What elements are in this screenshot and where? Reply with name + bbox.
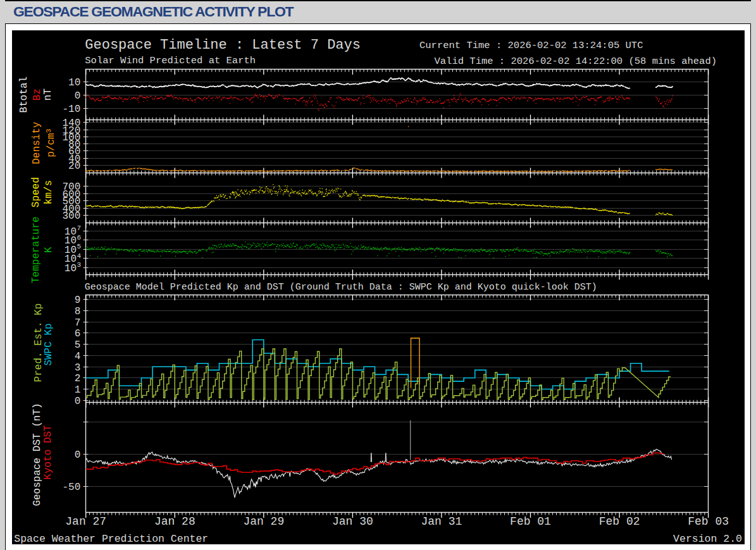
svg-text:20: 20	[68, 161, 80, 172]
svg-text:10: 10	[68, 77, 80, 89]
svg-text:8: 8	[75, 306, 81, 317]
svg-text:Feb 01: Feb 01	[510, 515, 551, 528]
svg-text:Temperature: Temperature	[30, 216, 42, 283]
svg-text:Space Weather Prediction Cente: Space Weather Prediction Center	[14, 533, 208, 545]
svg-text:nT: nT	[42, 89, 54, 101]
svg-text:3: 3	[75, 362, 81, 374]
svg-text:0: 0	[75, 396, 81, 407]
svg-text:Geospace Timeline : Latest 7 D: Geospace Timeline : Latest 7 Days	[85, 37, 361, 53]
svg-text:Pred. Est. Kp: Pred. Est. Kp	[33, 303, 44, 382]
svg-text:7: 7	[75, 317, 81, 329]
svg-text:km/s: km/s	[43, 180, 54, 204]
svg-text:-10: -10	[62, 104, 80, 115]
svg-text:2: 2	[75, 373, 81, 384]
svg-text:p/cm3: p/cm3	[45, 129, 57, 157]
svg-text:Speed: Speed	[30, 177, 42, 207]
svg-text:Jan 28: Jan 28	[154, 515, 195, 528]
svg-text:Bz: Bz	[32, 89, 43, 101]
svg-text:7: 7	[77, 224, 82, 232]
svg-text:6: 6	[75, 328, 81, 339]
svg-text:5: 5	[75, 339, 81, 351]
svg-text:Btotal: Btotal	[18, 76, 30, 113]
svg-text:K: K	[43, 247, 54, 253]
svg-text:6: 6	[77, 234, 82, 241]
svg-text:0: 0	[75, 449, 81, 461]
svg-text:4: 4	[77, 252, 82, 260]
svg-text:Jan 30: Jan 30	[332, 515, 373, 528]
svg-text:1: 1	[75, 384, 81, 396]
svg-text:SWPC Kp: SWPC Kp	[43, 323, 54, 365]
svg-text:Geospace DST (nT): Geospace DST (nT)	[32, 403, 43, 506]
svg-text:4: 4	[75, 351, 81, 362]
svg-text:Jan 29: Jan 29	[243, 515, 284, 528]
svg-text:Density: Density	[31, 121, 42, 164]
svg-text:Jan 31: Jan 31	[421, 515, 462, 528]
svg-text:Valid Time : 2026-02-02 14:22:: Valid Time : 2026-02-02 14:22:00 (58 min…	[435, 56, 717, 67]
svg-text:Geospace Model Predicted Kp an: Geospace Model Predicted Kp and DST (Gro…	[85, 282, 597, 293]
svg-text:3: 3	[77, 261, 82, 269]
svg-text:300: 300	[62, 211, 80, 222]
svg-text:Kyoto DST: Kyoto DST	[42, 425, 54, 479]
svg-text:Solar Wind Predicted at Earth: Solar Wind Predicted at Earth	[85, 55, 256, 66]
svg-text:Version 2.0: Version 2.0	[673, 533, 742, 545]
svg-text:Current Time : 2026-02-02 13:2: Current Time : 2026-02-02 13:24:05 UTC	[419, 40, 643, 51]
svg-text:10: 10	[65, 263, 77, 274]
svg-text:0: 0	[75, 90, 81, 102]
svg-text:9: 9	[75, 295, 81, 306]
svg-text:Feb 02: Feb 02	[599, 515, 640, 528]
svg-text:Jan 27: Jan 27	[65, 515, 106, 528]
svg-text:5: 5	[77, 243, 82, 250]
svg-text:Feb 03: Feb 03	[688, 515, 729, 528]
svg-text:-50: -50	[62, 482, 80, 493]
